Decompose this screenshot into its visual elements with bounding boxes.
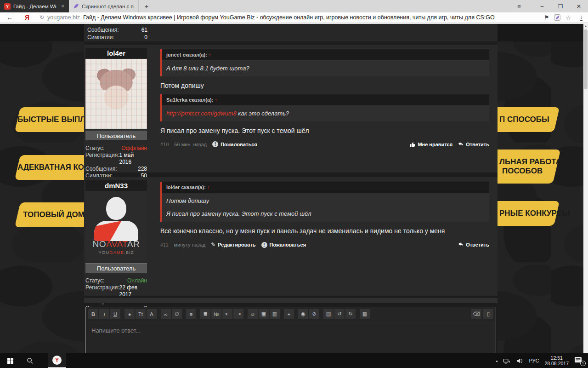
back-button[interactable]: ← bbox=[0, 14, 19, 21]
font-size-button[interactable]: Tt bbox=[136, 309, 146, 319]
previous-post-stats: Сообщения: 61 Симпатии: 0 bbox=[87, 26, 147, 41]
font-family-button[interactable]: A bbox=[147, 309, 157, 319]
tab-active[interactable]: Y Гайд - Делаем Windows ✕ bbox=[0, 0, 69, 12]
scrollbar-up-arrow[interactable]: ▲ bbox=[583, 23, 588, 29]
new-tab-button[interactable]: + bbox=[139, 0, 154, 12]
stat-label: Симпатии: bbox=[87, 34, 114, 41]
stat-value: 61 bbox=[141, 26, 147, 34]
no-avatar-label: NOAVATAR bbox=[85, 239, 147, 249]
remove-formatting-button[interactable]: ⊘ bbox=[309, 309, 319, 319]
source-view-button[interactable]: ▯ bbox=[483, 309, 493, 319]
avatar-silhouette-shoulders bbox=[94, 221, 138, 241]
volume-icon[interactable] bbox=[516, 357, 523, 364]
smilies-button[interactable]: ☺ bbox=[248, 309, 258, 319]
user-panel-lol4er: lol4er Пользователь Статус:Оффлайн Регис… bbox=[84, 45, 154, 172]
eraser-button[interactable]: ⌫ bbox=[471, 309, 481, 319]
minimize-button[interactable]: – bbox=[533, 0, 551, 12]
pencil-icon: ✎ bbox=[211, 242, 215, 248]
no-avatar-part: AR bbox=[127, 239, 140, 249]
username-link[interactable]: dmN33 bbox=[85, 180, 147, 191]
quote-text: http://prntscr.com/gdwum8 как это сделат… bbox=[162, 105, 489, 121]
insert-link-button[interactable]: ∞ bbox=[161, 309, 171, 319]
reply-link[interactable]: Ответить bbox=[458, 142, 489, 147]
start-button[interactable] bbox=[0, 353, 20, 368]
bold-button[interactable]: B bbox=[88, 309, 98, 319]
stat-row: Сообщения: 61 bbox=[87, 26, 147, 34]
report-link[interactable]: !Пожаловаться bbox=[261, 242, 306, 248]
no-avatar-image[interactable]: NOAVATAR YOUGAME.BIZ bbox=[85, 191, 147, 261]
clock-date: 28.08.2017 bbox=[544, 361, 569, 366]
taskbar-clock[interactable]: 12:51 28.08.2017 bbox=[544, 355, 569, 366]
quote-block[interactable]: juneet сказал(а): ↑ А для 8 или 8.1 буде… bbox=[160, 49, 489, 76]
thread-content: Сообщения: 61 Симпатии: 0 lol4er Пользов… bbox=[84, 23, 498, 353]
quote-jump-arrow[interactable]: ↑ bbox=[215, 97, 217, 103]
insert-image-button[interactable]: ▣ bbox=[259, 309, 269, 319]
preview-button[interactable]: ◉ bbox=[298, 309, 308, 319]
bullet-list-button[interactable]: ≣ bbox=[200, 309, 210, 319]
outdent-button[interactable]: ⇤ bbox=[222, 309, 232, 319]
post-text: Я писал про замену пуска. Этот пуск с те… bbox=[160, 127, 489, 134]
drafts-button[interactable]: ▤ bbox=[323, 309, 334, 319]
tab-inactive[interactable]: Скриншот сделан с помощ bbox=[69, 0, 139, 12]
post-timestamp[interactable]: минуту назад bbox=[174, 242, 206, 247]
reply-link[interactable]: Ответить bbox=[458, 242, 489, 247]
text-color-button[interactable]: ● bbox=[124, 309, 135, 319]
numbered-list-button[interactable]: № bbox=[211, 309, 221, 319]
url-field[interactable]: ↻ yougame.biz Гайд - Делаем Windows крас… bbox=[35, 14, 539, 21]
insert-media-button[interactable]: ▥ bbox=[270, 309, 280, 319]
insert-table-button[interactable]: ▦ bbox=[360, 309, 370, 319]
stat-label: Статус: bbox=[85, 277, 104, 284]
protect-flag-icon[interactable]: ⚑ bbox=[544, 14, 549, 21]
indent-button[interactable]: ⇥ bbox=[233, 309, 243, 319]
like-link[interactable]: Мне нравится bbox=[410, 142, 452, 147]
quoted-link[interactable]: http://prntscr.com/gdwum8 bbox=[166, 110, 237, 117]
post-text: Потом допишу bbox=[160, 82, 489, 89]
tab-title: Скриншот сделан с помощ bbox=[82, 4, 134, 9]
unlink-button[interactable]: ∅ bbox=[172, 309, 182, 319]
restore-button[interactable]: ❐ bbox=[551, 0, 570, 12]
downloads-icon[interactable]: ↓ bbox=[580, 15, 582, 21]
stat-value: 0 bbox=[144, 34, 147, 41]
quote-jump-arrow[interactable]: ↑ bbox=[209, 52, 211, 58]
scrollbar-thumb[interactable] bbox=[584, 29, 588, 89]
lightshot-extension-icon[interactable] bbox=[554, 14, 560, 21]
taskbar-yandex-browser-button[interactable]: Y bbox=[48, 353, 66, 368]
underline-button[interactable]: U bbox=[110, 309, 120, 319]
username-link[interactable]: lol4er bbox=[85, 48, 147, 58]
page-scrollbar[interactable]: ▲ bbox=[583, 23, 588, 353]
bookmark-star-icon[interactable]: ☆ bbox=[565, 14, 571, 21]
undo-button[interactable]: ↺ bbox=[334, 309, 345, 319]
post-number[interactable]: #10 bbox=[160, 142, 169, 147]
quote-block[interactable]: lol4er сказал(а): ↑ Потом допишу Я писал… bbox=[160, 182, 489, 222]
insert-more-button[interactable]: + bbox=[284, 309, 294, 319]
close-button[interactable]: ✕ bbox=[570, 0, 588, 12]
user-role-button[interactable]: Пользователь bbox=[85, 263, 147, 273]
post-timestamp[interactable]: 56 мин. назад bbox=[174, 142, 207, 147]
quote-jump-arrow[interactable]: ↑ bbox=[207, 184, 210, 190]
text-align-button[interactable]: ≡ bbox=[186, 309, 196, 319]
report-link[interactable]: !Пожаловаться bbox=[212, 141, 257, 147]
tab-title: Гайд - Делаем Windows bbox=[13, 4, 57, 9]
user-role-button[interactable]: Пользователь bbox=[85, 131, 147, 140]
post-number[interactable]: #11 bbox=[160, 242, 169, 247]
banner-line1: ЛЬНАЯ РАБОТА bbox=[499, 157, 561, 166]
stat-label: Регистрация: bbox=[85, 284, 119, 298]
action-center-button[interactable]: 1 bbox=[574, 356, 583, 365]
italic-button[interactable]: I bbox=[99, 309, 109, 319]
avatar-art-glitch bbox=[85, 59, 147, 129]
browser-menu-button[interactable]: ≡ bbox=[509, 0, 529, 12]
redo-button[interactable]: ↻ bbox=[345, 309, 356, 319]
avatar-red-wedge bbox=[94, 221, 138, 241]
tray-expand-icon[interactable]: ▴ bbox=[496, 359, 498, 363]
status-badge: Оффлайн bbox=[121, 145, 147, 152]
language-indicator[interactable]: РУС bbox=[529, 358, 539, 363]
yandex-logo[interactable]: Я bbox=[19, 14, 35, 21]
tab-close-icon[interactable]: ✕ bbox=[59, 4, 65, 9]
user-avatar-image[interactable] bbox=[85, 59, 147, 129]
taskbar-search-button[interactable] bbox=[20, 353, 40, 368]
edit-link[interactable]: ✎Редактировать bbox=[211, 242, 255, 248]
reply-input[interactable]: Напишите ответ... bbox=[86, 321, 496, 340]
refresh-icon[interactable]: ↻ bbox=[40, 14, 44, 21]
network-icon[interactable] bbox=[503, 357, 510, 364]
quote-block[interactable]: Su1lerka сказал(а): ↑ http://prntscr.com… bbox=[160, 94, 489, 121]
